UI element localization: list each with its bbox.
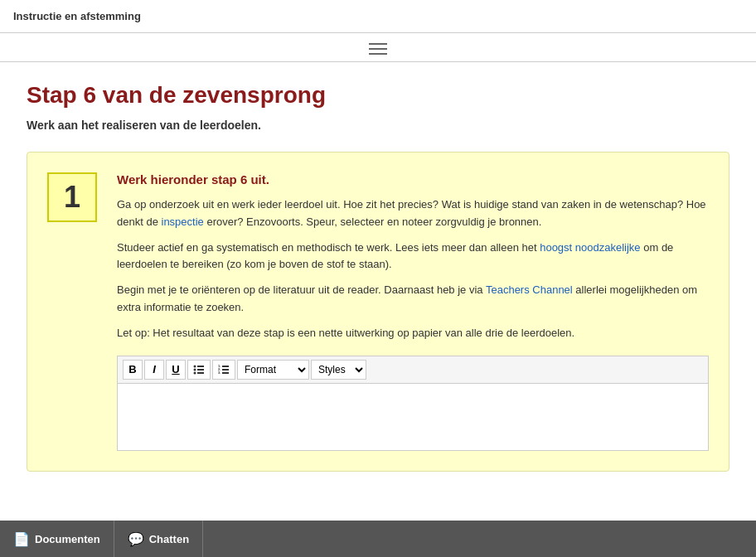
hamburger-line-1 [369,43,387,45]
chat-icon: 💬 [128,531,144,547]
bold-button[interactable]: B [123,360,143,380]
underline-button[interactable]: U [166,360,186,380]
rich-text-editor[interactable]: B I U [117,356,709,451]
documents-icon: 📄 [13,531,30,547]
list-ol-icon: 1. 2. 3. [218,364,230,375]
step-card: 1 Werk hieronder stap 6 uit. Ga op onder… [27,152,729,472]
svg-point-0 [194,365,196,367]
ordered-list-button[interactable]: 1. 2. 3. [212,360,235,380]
svg-rect-1 [197,366,204,367]
styles-select[interactable]: Styles Style 1 Style 2 [311,360,366,380]
card-paragraph-4: Let op: Het resultaat van deze stap is e… [117,325,709,342]
svg-rect-11 [222,372,229,374]
header-title: Instructie en afstemming [13,10,141,22]
chat-button[interactable]: 💬 Chatten [114,521,203,557]
hamburger-button[interactable] [362,40,394,58]
card-paragraph-1: Ga op onderzoek uit en werk ieder leerdo… [117,196,709,231]
svg-point-4 [194,371,196,374]
top-header: Instructie en afstemming [0,0,756,33]
svg-text:3.: 3. [218,371,220,375]
card-number: 1 [47,172,97,222]
page-subtitle: Werk aan het realiseren van de leerdoele… [27,119,729,132]
hamburger-line-3 [369,53,387,55]
svg-point-2 [194,368,196,371]
editor-toolbar: B I U [118,356,708,384]
card-body: Werk hieronder stap 6 uit. Ga op onderzo… [117,172,709,451]
italic-button[interactable]: I [144,360,164,380]
bottom-bar: 📄 Documenten 💬 Chatten [0,521,756,557]
svg-rect-7 [222,366,229,367]
page-title: Stap 6 van de zevensprong [27,82,729,109]
card-paragraph-3: Begin met je te oriënteren op de literat… [117,282,709,317]
card-paragraph-2: Studeer actief en ga systematisch en met… [117,240,709,274]
chat-label: Chatten [149,533,189,545]
svg-rect-9 [222,369,229,371]
hamburger-line-2 [369,48,387,50]
svg-rect-3 [197,369,204,371]
svg-rect-5 [197,372,204,374]
editor-body[interactable] [118,384,708,450]
unordered-list-button[interactable] [187,360,211,380]
format-select[interactable]: Format Paragraph Heading 1 Heading 2 Hea… [237,360,309,380]
hamburger-area [0,33,756,62]
main-content: Stap 6 van de zevensprong Werk aan het r… [0,62,756,557]
documents-button[interactable]: 📄 Documenten [0,521,114,557]
documents-label: Documenten [35,533,100,545]
card-heading: Werk hieronder stap 6 uit. [117,172,709,186]
list-ul-icon [193,364,205,375]
